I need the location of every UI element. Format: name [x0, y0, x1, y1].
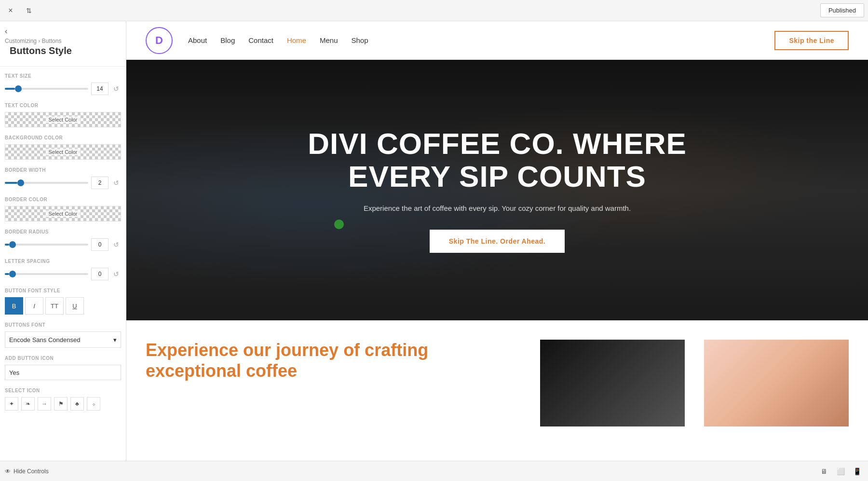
below-hero-text: Experience our journey of crafting excep… — [146, 340, 521, 441]
hero-content: DIVI COFFEE CO. WHERE EVERY SIP COUNTS E… — [280, 127, 714, 253]
mobile-view-button[interactable]: 📱 — [851, 465, 863, 478]
add-button-icon-section: ADD BUTTON ICON Yes — [0, 351, 126, 383]
below-hero-image-1 — [540, 340, 685, 426]
icon-option[interactable]: ♣ — [70, 397, 84, 411]
icon-option[interactable]: ⬦ — [87, 397, 100, 411]
customizer-panel: ‹ Customizing › Buttons Buttons Style TE… — [0, 21, 126, 461]
italic-button[interactable]: I — [25, 297, 43, 315]
border-color-swatch[interactable]: Select Color — [5, 206, 121, 221]
close-button[interactable]: × — [4, 4, 17, 17]
tablet-view-button[interactable]: ⬜ — [834, 465, 847, 478]
text-size-section: TEXT SIZE 14 ↺ — [0, 69, 126, 98]
back-arrow-icon: ‹ — [5, 27, 7, 36]
text-color-label: TEXT COLOR — [5, 103, 121, 108]
panel-title: Buttons Style — [5, 44, 121, 62]
nav-links: About Blog Contact Home Menu Shop — [188, 36, 774, 44]
desktop-view-button[interactable]: 🖥 — [818, 465, 830, 478]
icon-option[interactable]: ⚑ — [54, 397, 68, 411]
chevron-down-icon: ▾ — [113, 336, 117, 344]
border-color-label: BORDER COLOR — [5, 197, 121, 202]
border-radius-slider[interactable] — [5, 244, 88, 246]
text-color-section: TEXT COLOR Select Color — [0, 98, 126, 130]
letter-spacing-reset[interactable]: ↺ — [111, 269, 121, 279]
letter-spacing-section: LETTER SPACING 0 ↺ — [0, 254, 126, 283]
border-radius-row: 0 ↺ — [5, 238, 121, 251]
background-color-swatch-label: Select Color — [46, 149, 81, 155]
underline-button[interactable]: U — [66, 297, 84, 315]
site-logo: D — [146, 27, 173, 54]
published-button[interactable]: Published — [820, 3, 864, 17]
letter-spacing-row: 0 ↺ — [5, 268, 121, 280]
background-color-label: BACKGROUND COLOR — [5, 135, 121, 140]
icon-option[interactable]: ❧ — [21, 397, 35, 411]
select-icon-section: SELECT ICON ✦ ❧ → ⚑ ♣ ⬦ — [0, 383, 126, 413]
text-size-slider[interactable] — [5, 88, 88, 90]
breadcrumb: Customizing › Buttons — [5, 38, 121, 44]
buttons-font-label: BUTTONS FONT — [5, 322, 121, 328]
allcaps-button[interactable]: TT — [45, 297, 64, 315]
nav-link-about[interactable]: About — [188, 36, 207, 44]
text-color-swatch[interactable]: Select Color — [5, 112, 121, 127]
buttons-font-section: BUTTONS FONT Encode Sans Condensed ▾ — [0, 317, 126, 351]
hero-section: DIVI COFFEE CO. WHERE EVERY SIP COUNTS E… — [126, 60, 868, 320]
letter-spacing-label: LETTER SPACING — [5, 259, 121, 264]
add-button-icon-label: ADD BUTTON ICON — [5, 356, 121, 361]
buttons-font-select[interactable]: Encode Sans Condensed ▾ — [5, 331, 121, 348]
background-color-section: BACKGROUND COLOR Select Color — [0, 130, 126, 163]
hero-cta-button[interactable]: Skip The Line. Order Ahead. — [430, 230, 565, 253]
hide-controls-label: Hide Controls — [14, 468, 49, 475]
border-width-row: 2 ↺ — [5, 177, 121, 189]
icon-option[interactable]: → — [38, 397, 51, 411]
bold-button[interactable]: B — [5, 297, 23, 315]
below-hero-section: Experience our journey of crafting excep… — [126, 320, 868, 461]
border-radius-label: BORDER RADIUS — [5, 229, 121, 234]
icon-grid: ✦ ❧ → ⚑ ♣ ⬦ — [5, 397, 121, 411]
close-icon: × — [8, 6, 13, 15]
border-color-section: BORDER COLOR Select Color — [0, 192, 126, 224]
add-button-icon-value[interactable]: Yes — [5, 365, 121, 380]
icon-option[interactable]: ✦ — [5, 397, 18, 411]
toolbar: × ⇅ Published — [0, 0, 868, 21]
website-preview: D About Blog Contact Home Menu Shop Skip… — [126, 21, 868, 461]
nav-cta-button[interactable]: Skip the Line — [774, 31, 849, 50]
below-hero-image-2 — [704, 340, 849, 426]
nav-link-shop[interactable]: Shop — [351, 36, 368, 44]
eye-icon: 👁 — [5, 468, 11, 475]
view-icons-group: 🖥 ⬜ 📱 — [818, 465, 863, 478]
border-width-section: BORDER WIDTH 2 ↺ — [0, 163, 126, 192]
border-width-slider[interactable] — [5, 182, 88, 184]
nav-link-blog[interactable]: Blog — [220, 36, 235, 44]
border-color-swatch-label: Select Color — [46, 210, 81, 217]
border-width-value[interactable]: 2 — [91, 177, 108, 189]
bottom-bar: 👁 Hide Controls 🖥 ⬜ 📱 — [0, 461, 868, 481]
font-style-row: B I TT U — [5, 297, 121, 315]
history-arrows[interactable]: ⇅ — [21, 4, 37, 17]
nav-link-contact[interactable]: Contact — [248, 36, 273, 44]
nav-link-menu[interactable]: Menu — [320, 36, 338, 44]
text-size-reset[interactable]: ↺ — [111, 84, 121, 94]
hero-title: DIVI COFFEE CO. WHERE EVERY SIP COUNTS — [290, 127, 705, 193]
arrows-icon: ⇅ — [26, 7, 32, 14]
back-button[interactable]: ‹ — [0, 21, 126, 38]
text-size-row: 14 ↺ — [5, 82, 121, 95]
text-size-label: TEXT SIZE — [5, 73, 121, 79]
select-icon-label: SELECT ICON — [5, 388, 121, 393]
buttons-font-value: Encode Sans Condensed — [9, 336, 80, 344]
border-radius-reset[interactable]: ↺ — [111, 240, 121, 249]
text-size-value[interactable]: 14 — [91, 82, 108, 95]
below-hero-title: Experience our journey of crafting excep… — [146, 340, 521, 381]
border-radius-value[interactable]: 0 — [91, 238, 108, 251]
background-color-swatch[interactable]: Select Color — [5, 144, 121, 160]
button-font-style-section: BUTTON FONT STYLE B I TT U — [0, 283, 126, 317]
button-font-style-label: BUTTON FONT STYLE — [5, 288, 121, 293]
site-nav: D About Blog Contact Home Menu Shop Skip… — [126, 21, 868, 60]
hero-subtitle: Experience the art of coffee with every … — [290, 203, 705, 214]
border-width-reset[interactable]: ↺ — [111, 178, 121, 188]
border-width-label: BORDER WIDTH — [5, 167, 121, 173]
hide-controls-button[interactable]: 👁 Hide Controls — [5, 468, 49, 475]
nav-link-home[interactable]: Home — [287, 36, 306, 44]
border-radius-section: BORDER RADIUS 0 ↺ — [0, 224, 126, 254]
letter-spacing-value[interactable]: 0 — [91, 268, 108, 280]
main-layout: ‹ Customizing › Buttons Buttons Style TE… — [0, 21, 868, 461]
letter-spacing-slider[interactable] — [5, 273, 88, 275]
